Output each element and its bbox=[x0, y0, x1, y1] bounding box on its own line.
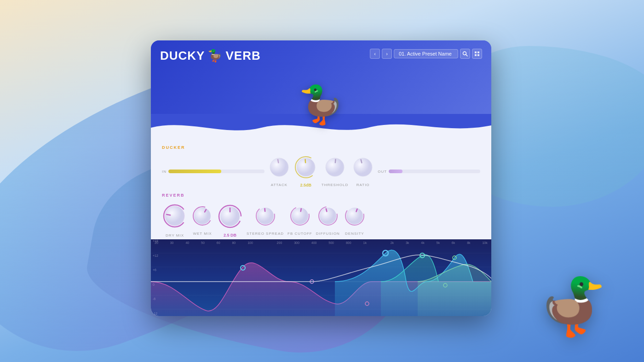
controls-area: DUCKER IN bbox=[151, 137, 491, 239]
grid-icon bbox=[474, 51, 480, 57]
threshold-knob-group: THRESHOLD bbox=[322, 156, 348, 187]
svg-line-31 bbox=[264, 209, 265, 211]
density-label: DENSITY bbox=[345, 232, 364, 236]
vu-in-bar bbox=[168, 170, 264, 173]
duck-decoration-right: 🦆 bbox=[538, 274, 607, 339]
vu-in-section: IN bbox=[162, 170, 264, 174]
wet-mix-knob-group: WET MIX bbox=[191, 205, 213, 236]
vu-out-label: OUT bbox=[378, 170, 387, 174]
vu-out-bar bbox=[389, 170, 480, 173]
room-size-value: 2.5 DB bbox=[224, 233, 236, 238]
svg-line-22 bbox=[167, 215, 170, 215]
plugin-window: DUCKY 🦆 VERB ‹ › 01. Active Preset Name bbox=[151, 40, 491, 316]
ratio-label: RATIO bbox=[356, 183, 370, 187]
search-icon bbox=[462, 51, 468, 57]
attack-label: ATTACK bbox=[271, 183, 288, 187]
fb-cutoff-knob-group: FB CUTOFF bbox=[288, 205, 312, 236]
ducker-row: IN bbox=[162, 153, 480, 189]
svg-line-12 bbox=[305, 159, 305, 163]
dry-mix-knob-group: DRY MIX bbox=[162, 203, 188, 238]
vu-in-label: IN bbox=[162, 170, 167, 174]
svg-line-8 bbox=[278, 159, 278, 163]
diffusion-knob-group: DIFFUSION bbox=[316, 205, 340, 236]
vu-out-fill bbox=[389, 170, 402, 173]
ratio-knob-group: RATIO bbox=[352, 156, 374, 187]
density-knob-group: DENSITY bbox=[344, 205, 366, 236]
density-knob[interactable] bbox=[344, 205, 366, 229]
preset-search-button[interactable] bbox=[460, 49, 470, 59]
duck-logo-center: 🦆 bbox=[298, 86, 344, 123]
eq-area: 2030405060 80100200300 4005008001k 2k3k4… bbox=[151, 239, 491, 316]
diffusion-knob[interactable] bbox=[317, 205, 339, 229]
svg-line-15 bbox=[335, 159, 336, 163]
eq-curves bbox=[151, 239, 491, 316]
threshold-knob[interactable] bbox=[324, 156, 346, 180]
reverb-section-label: REVERB bbox=[162, 193, 480, 198]
stereo-spread-knob-group: STEREO SPREAD bbox=[247, 205, 284, 236]
attack-knob-group: ATTACK bbox=[268, 156, 290, 187]
ratio-knob[interactable] bbox=[352, 156, 374, 180]
preset-name[interactable]: 01. Active Preset Name bbox=[394, 49, 458, 58]
attack-knob[interactable] bbox=[268, 156, 290, 180]
svg-point-33 bbox=[292, 208, 308, 224]
svg-line-18 bbox=[361, 159, 362, 163]
threshold-label: THRESHOLD bbox=[322, 183, 348, 187]
stereo-spread-label: STEREO SPREAD bbox=[247, 232, 284, 236]
svg-rect-2 bbox=[475, 51, 477, 53]
preset-next-button[interactable]: › bbox=[382, 49, 392, 59]
diffusion-label: DIFFUSION bbox=[316, 232, 340, 236]
svg-line-34 bbox=[301, 209, 301, 211]
vu-out-section: OUT bbox=[378, 170, 480, 174]
wet-mix-knob[interactable] bbox=[191, 205, 213, 229]
title-duck-emoji: 🦆 bbox=[207, 49, 223, 63]
svg-rect-4 bbox=[475, 54, 477, 56]
title-ducky: DUCKY bbox=[160, 49, 205, 63]
fb-cutoff-label: FB CUTOFF bbox=[288, 232, 312, 236]
preset-prev-button[interactable]: ‹ bbox=[370, 49, 380, 59]
wet-mix-label: WET MIX bbox=[193, 232, 212, 236]
plugin-header: DUCKY 🦆 VERB ‹ › 01. Active Preset Name bbox=[151, 40, 491, 114]
svg-line-37 bbox=[326, 209, 327, 212]
gain-value: 2.5dB bbox=[300, 183, 312, 187]
room-size-knob[interactable] bbox=[217, 204, 243, 231]
svg-point-24 bbox=[194, 208, 211, 224]
dry-mix-knob[interactable] bbox=[162, 203, 188, 231]
plugin-title: DUCKY 🦆 VERB bbox=[160, 49, 261, 63]
svg-point-36 bbox=[320, 208, 336, 224]
preset-bar: ‹ › 01. Active Preset Name bbox=[370, 49, 482, 59]
title-verb: VERB bbox=[225, 49, 260, 63]
svg-rect-3 bbox=[477, 51, 479, 53]
gain-knob[interactable] bbox=[294, 155, 318, 181]
preset-grid-button[interactable] bbox=[472, 49, 482, 59]
fb-cutoff-knob[interactable] bbox=[289, 205, 311, 229]
vu-in-fill bbox=[168, 170, 221, 173]
room-size-knob-group: 2.5 DB bbox=[217, 204, 243, 238]
svg-line-1 bbox=[466, 55, 468, 57]
dry-mix-label: DRY MIX bbox=[166, 233, 184, 238]
reverb-row: DRY MIX bbox=[162, 201, 480, 239]
stereo-spread-knob[interactable] bbox=[254, 205, 276, 229]
svg-rect-5 bbox=[477, 54, 479, 56]
svg-point-39 bbox=[346, 208, 363, 224]
ducker-section-label: DUCKER bbox=[162, 145, 480, 150]
gain-knob-group: 2.5dB bbox=[294, 155, 318, 187]
